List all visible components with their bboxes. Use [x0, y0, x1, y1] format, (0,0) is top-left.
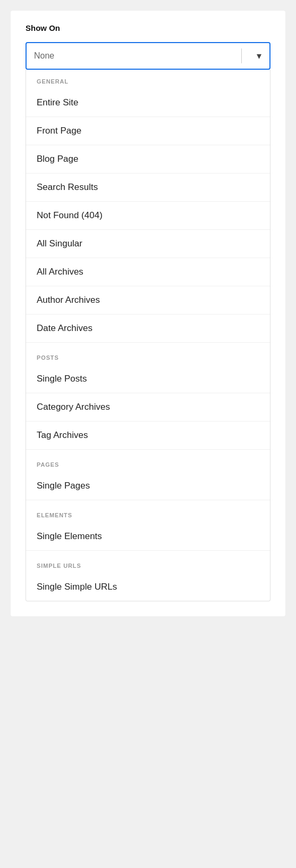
dropdown-item-0-0[interactable]: Entire Site [26, 89, 270, 117]
dropdown-menu: GENERALEntire SiteFront PageBlog PageSea… [26, 70, 270, 601]
dropdown-item-0-2[interactable]: Blog Page [26, 145, 270, 173]
dropdown-item-1-1[interactable]: Category Archives [26, 393, 270, 421]
dropdown-item-0-3[interactable]: Search Results [26, 173, 270, 202]
select-current-value: None [34, 51, 241, 61]
select-divider [241, 48, 242, 63]
select-box[interactable]: None ▾ [26, 42, 270, 70]
dropdown-group-label-2: PAGES [26, 450, 270, 472]
dropdown-group-label-1: POSTS [26, 343, 270, 365]
dropdown-item-1-0[interactable]: Single Posts [26, 365, 270, 393]
dropdown-item-0-4[interactable]: Not Found (404) [26, 202, 270, 230]
dropdown-item-3-0[interactable]: Single Elements [26, 523, 270, 551]
dropdown-item-0-6[interactable]: All Archives [26, 258, 270, 286]
show-on-heading: Show On [26, 23, 270, 32]
dropdown-item-4-0[interactable]: Single Simple URLs [26, 573, 270, 601]
chevron-down-icon: ▾ [248, 50, 269, 62]
dropdown-item-0-7[interactable]: Author Archives [26, 286, 270, 315]
dropdown-item-0-8[interactable]: Date Archives [26, 315, 270, 343]
dropdown-item-1-2[interactable]: Tag Archives [26, 421, 270, 450]
dropdown-group-label-3: ELEMENTS [26, 500, 270, 523]
show-on-panel: Show On None ▾ GENERALEntire SiteFront P… [11, 11, 285, 616]
dropdown-item-2-0[interactable]: Single Pages [26, 472, 270, 500]
dropdown-group-label-4: SIMPLE URLS [26, 551, 270, 573]
dropdown-item-0-1[interactable]: Front Page [26, 117, 270, 145]
select-wrapper: None ▾ GENERALEntire SiteFront PageBlog … [26, 42, 270, 601]
dropdown-item-0-5[interactable]: All Singular [26, 230, 270, 258]
dropdown-group-label-0: GENERAL [26, 70, 270, 89]
